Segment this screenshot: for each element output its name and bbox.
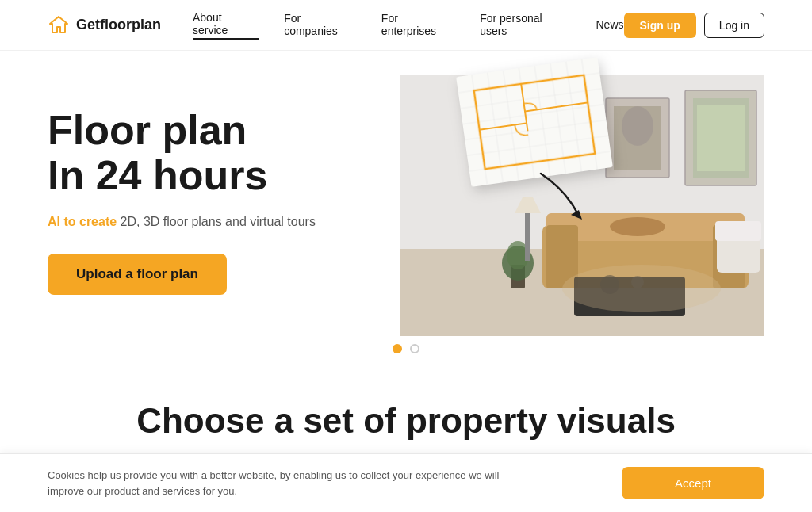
header-buttons: Sign up Log in <box>624 13 764 38</box>
hero-content: Floor plan In 24 hours AI to create 2D, … <box>48 108 381 295</box>
upload-floor-plan-button[interactable]: Upload a floor plan <box>48 254 227 295</box>
hero-subtitle: AI to create 2D, 3D floor plans and virt… <box>48 212 381 231</box>
logo-icon <box>48 14 70 36</box>
nav-for-companies[interactable]: For companies <box>284 12 356 39</box>
svg-point-13 <box>610 217 665 236</box>
hero-image-area <box>400 75 764 336</box>
hero-subtitle-rest: 2D, 3D floor plans and virtual tours <box>117 215 316 228</box>
svg-point-22 <box>562 265 721 312</box>
svg-rect-23 <box>525 213 530 261</box>
choose-section-title: Choose a set of property visuals <box>48 401 764 441</box>
signup-button[interactable]: Sign up <box>624 13 696 38</box>
logo[interactable]: Getfloorplan <box>48 14 161 36</box>
carousel-dot-1[interactable] <box>393 344 402 353</box>
svg-rect-15 <box>715 221 761 241</box>
nav-for-personal-users[interactable]: For personal users <box>480 12 570 39</box>
nav-about-service[interactable]: About service <box>193 11 259 40</box>
nav-for-enterprises[interactable]: For enterprises <box>381 12 454 39</box>
svg-point-5 <box>622 106 653 146</box>
nav-news[interactable]: News <box>596 18 624 32</box>
cookie-banner: Cookies help us provide you with a bette… <box>0 453 812 457</box>
hero-subtitle-highlight: AI to create <box>48 215 117 228</box>
logo-text: Getfloorplan <box>76 17 161 33</box>
choose-section: Choose a set of property visuals <box>0 369 812 457</box>
hero-section: Floor plan In 24 hours AI to create 2D, … <box>0 51 812 336</box>
svg-rect-8 <box>697 105 745 171</box>
carousel-dot-2[interactable] <box>410 344 419 353</box>
main-nav: About service For companies For enterpri… <box>193 11 624 40</box>
carousel-dots <box>0 336 812 369</box>
arrow-svg <box>533 166 588 221</box>
site-header: Getfloorplan About service For companies… <box>0 0 812 51</box>
hero-title: Floor plan In 24 hours <box>48 108 381 198</box>
login-button[interactable]: Log in <box>704 13 764 38</box>
